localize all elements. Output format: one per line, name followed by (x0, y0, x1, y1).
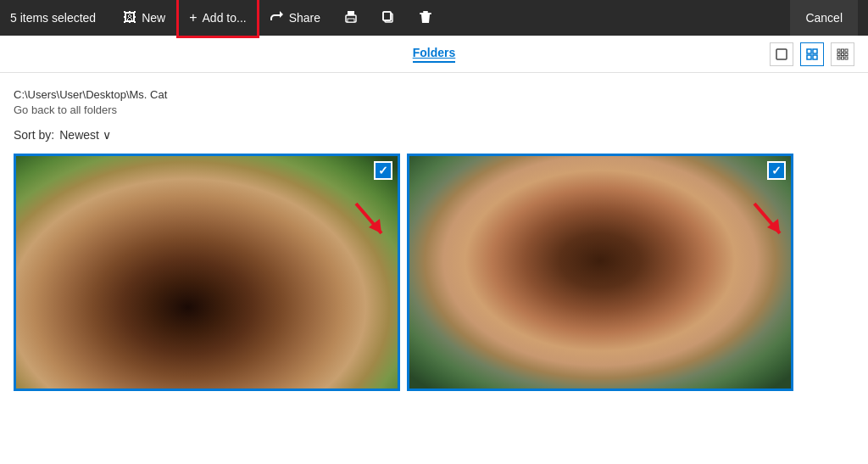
svg-rect-14 (842, 49, 844, 52)
delete-icon (419, 10, 432, 26)
svg-rect-10 (813, 49, 817, 53)
cancel-button[interactable]: Cancel (790, 0, 858, 36)
photo-image-1 (16, 156, 398, 389)
current-path: C:\Users\User\Desktop\Ms. Cat (14, 88, 167, 101)
toolbar: 5 items selected 🖼 New + Add to... Share (0, 0, 868, 36)
sort-dropdown[interactable]: Newest ∨ (59, 128, 111, 142)
svg-rect-18 (845, 53, 848, 55)
svg-rect-11 (807, 55, 811, 59)
svg-rect-21 (845, 57, 848, 59)
path-area: C:\Users\User\Desktop\Ms. Cat Go back to… (0, 73, 868, 120)
svg-rect-2 (348, 19, 354, 22)
view-small-grid-button[interactable] (831, 42, 854, 66)
selection-count: 5 items selected (10, 11, 96, 25)
back-link[interactable]: Go back to all folders (14, 103, 854, 116)
chevron-down-icon: ∨ (103, 128, 111, 142)
svg-rect-7 (420, 13, 431, 14)
checkbox-2[interactable]: ✓ (767, 161, 786, 180)
share-icon (270, 10, 284, 26)
view-grid-button[interactable] (800, 42, 824, 66)
new-label: New (142, 11, 165, 25)
photo-item-1[interactable]: ✓ (14, 154, 400, 391)
delete-button[interactable] (409, 0, 442, 36)
view-toggles (770, 42, 854, 66)
svg-rect-6 (423, 11, 428, 13)
sort-bar: Sort by: Newest ∨ (0, 120, 868, 147)
subheader: Folders (0, 36, 868, 73)
svg-rect-1 (348, 11, 354, 15)
add-to-button[interactable]: + Add to... (179, 0, 257, 36)
photo-item-2[interactable]: ✓ (407, 154, 793, 391)
new-icon: 🖼 (123, 11, 136, 25)
new-button[interactable]: 🖼 New (113, 0, 175, 36)
photo-grid: ✓ ✓ (0, 147, 868, 398)
svg-rect-13 (837, 49, 840, 52)
svg-rect-19 (837, 57, 840, 59)
copy-icon (381, 10, 395, 26)
svg-rect-8 (776, 49, 787, 59)
svg-rect-12 (813, 55, 817, 59)
checkbox-1[interactable]: ✓ (374, 161, 392, 180)
sort-value: Newest (59, 128, 99, 142)
add-to-label: Add to... (203, 11, 247, 25)
svg-rect-4 (383, 12, 391, 20)
svg-rect-16 (837, 53, 840, 55)
svg-rect-20 (842, 57, 844, 59)
sort-label: Sort by: (14, 128, 54, 142)
svg-rect-9 (807, 49, 811, 53)
share-button[interactable]: Share (260, 0, 331, 36)
print-button[interactable] (334, 0, 368, 36)
view-checkbox-button[interactable] (770, 42, 793, 66)
svg-rect-17 (842, 53, 844, 55)
print-icon (344, 10, 358, 26)
add-icon: + (189, 11, 197, 25)
photo-image-2 (409, 156, 791, 389)
tab-folders[interactable]: Folders (413, 46, 456, 63)
copy-button[interactable] (371, 0, 405, 36)
share-label: Share (289, 11, 320, 25)
svg-rect-15 (845, 49, 848, 52)
